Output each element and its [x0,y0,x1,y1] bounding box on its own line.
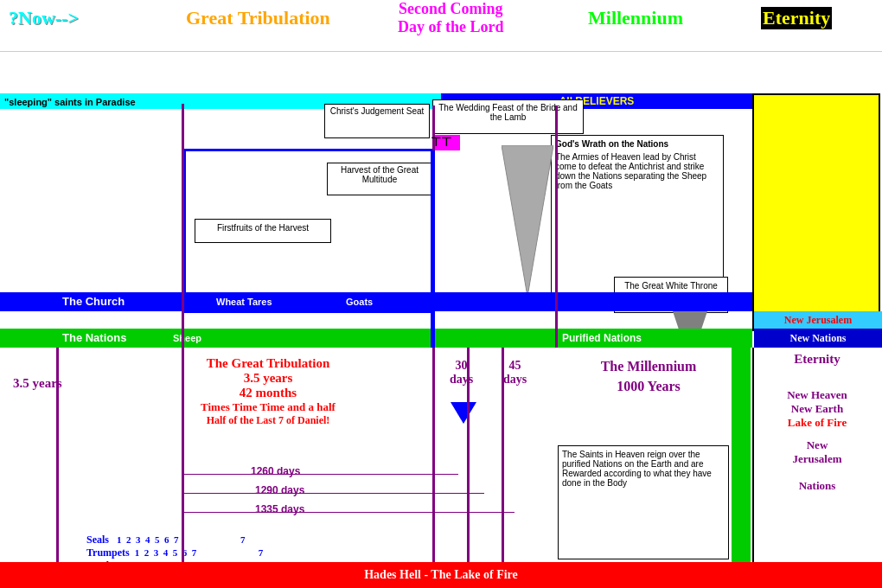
nations-label: The Nations [62,329,126,348]
v-line-left [56,348,59,572]
tt-symbol: ⊤⊤ [431,135,451,149]
v-line-1 [182,104,184,584]
gt-label: Great Tribulation [186,7,330,29]
wheat-tares-label: Wheat Tares [216,292,272,311]
days-1290-line [182,493,484,494]
v-line-5 [555,105,558,348]
days-1335-line [182,512,514,513]
judgement-box: Christ's Judgement Seat [324,104,430,138]
trumpets-row: Trumpets 1 2 3 4 5 6 7 7 [86,546,263,559]
new-jerusalem-bar: New Jerusalem [754,311,882,329]
nations-bar: The Nations Sheep Purified Nations [0,329,752,348]
saints-box: The Saints in Heaven reign over the puri… [558,445,729,559]
new-nations-bar: New Nations [754,329,882,348]
sheep-label: Sheep [173,329,201,348]
goats-label: Goats [346,292,373,311]
hades-bar: Hades Hell - The Lake of Fire [0,562,882,588]
green-up-arrow-shaft [732,348,751,583]
days-1260-line [182,474,458,475]
header-bar: ?Now--> Great Tribulation Second Coming … [0,0,882,52]
v-line-3 [467,348,470,572]
gt-text-block: The Great Tribulation 3.5 years 42 month… [138,356,398,427]
days-1335-label: 1335 days [255,503,304,515]
now-label: ?Now--> [9,7,79,29]
years-35-label: 3.5 years [13,376,62,391]
millennium-text-block: The Millennium 1000 Years [566,359,731,394]
gray-arrow [502,145,553,297]
v-line-4 [502,348,504,572]
diagram-area: "sleeping" saints in Paradise All BELIEV… [0,52,882,588]
eternity-label: Eternity [761,7,832,29]
millennium-label: Millennium [588,7,683,29]
blue-v-line [431,150,435,348]
days-1260-label: 1260 days [251,465,300,477]
blue-down-arrow [451,402,476,424]
days-30-label: 30 days [450,359,473,387]
days-1290-label: 1290 days [255,484,304,496]
eternity-area: Eternity New Heaven New Earth Lake of Fi… [752,348,880,572]
days-45-label: 45 days [503,359,527,387]
gt-outline-rect [183,149,434,313]
purified-nations-label: Purified Nations [562,329,642,348]
yellow-area [752,93,880,331]
seals-row: Seals 1 2 3 4 5 6 7 7 [86,534,246,546]
church-bar: The Church Wheat Tares Goats [0,292,752,311]
sc-label: Second Coming Day of the Lord [398,0,504,36]
wedding-feast-box: The Wedding Feast of the Bride and the L… [432,99,584,134]
wrath-box: God's Wrath on the Nations The Armies of… [551,135,724,297]
svg-marker-0 [502,145,553,297]
church-label: The Church [62,292,125,311]
